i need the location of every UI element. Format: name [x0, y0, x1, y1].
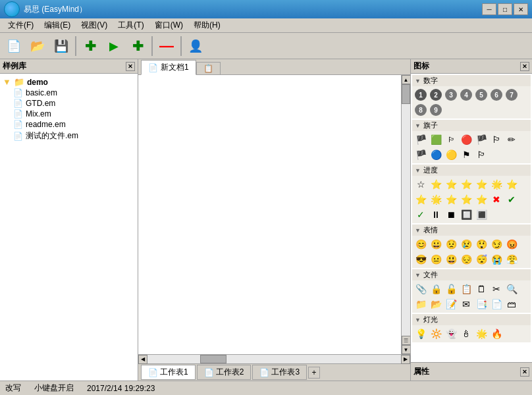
icon-cell[interactable]: 😟 [444, 237, 458, 251]
icon-cell[interactable]: 🔒 [429, 282, 443, 296]
icon-cell[interactable]: ⭐ [459, 192, 473, 207]
window-controls[interactable]: ─ □ ✕ [482, 3, 528, 15]
icon-cell[interactable]: ⭐ [429, 177, 443, 192]
icon-cell[interactable]: 8 [413, 103, 428, 117]
icon-cell[interactable]: ☆ [413, 177, 428, 192]
icons-panel-close[interactable]: ✕ [520, 62, 529, 71]
icon-section-files-header[interactable]: ▼ 文件 [412, 269, 531, 280]
icon-cell[interactable]: 😢 [459, 237, 473, 251]
scroll-middle-button[interactable]: ☰ [402, 336, 411, 345]
icon-cell[interactable]: ⭐ [444, 177, 458, 192]
icon-cell[interactable]: ✖ [489, 192, 504, 207]
icon-section-numbers-header[interactable]: ▼ 数字 [412, 75, 531, 86]
menu-view[interactable]: 视图(V) [76, 18, 113, 32]
icon-cell[interactable]: 📝 [444, 297, 458, 311]
icon-cell[interactable]: 🌟 [429, 192, 443, 207]
menu-help[interactable]: 帮助(H) [188, 18, 226, 32]
tree-item-gtd[interactable]: 📄 GTD.em [0, 98, 138, 109]
icon-cell[interactable]: 🏳 [444, 132, 458, 147]
icon-cell[interactable]: 3 [444, 88, 458, 102]
icon-section-lights-header[interactable]: ▼ 灯光 [412, 314, 531, 325]
icon-cell[interactable]: 🔓 [444, 282, 458, 296]
icon-cell[interactable]: 😴 [474, 252, 489, 267]
icon-section-flags-header[interactable]: ▼ 旗子 [412, 120, 531, 131]
icon-cell[interactable]: 🏳 [474, 147, 489, 162]
icon-cell[interactable]: 7 [504, 88, 519, 102]
icon-cell[interactable]: 🏴 [413, 132, 428, 147]
icon-section-emotions-header[interactable]: ▼ 表情 [412, 224, 531, 236]
mind-map-canvas[interactable]: ▲ ☰ ▼ [138, 75, 410, 354]
icon-cell[interactable]: 😀 [429, 237, 443, 251]
icon-cell[interactable]: 😐 [429, 252, 443, 267]
properties-close-button[interactable]: ✕ [520, 367, 529, 377]
icon-cell[interactable]: 6 [489, 88, 504, 102]
icon-cell[interactable]: 📋 [459, 282, 473, 296]
icon-cell[interactable]: 🗃 [504, 297, 519, 311]
icon-cell[interactable]: 🟡 [444, 147, 458, 162]
icon-cell[interactable]: 🌟 [489, 177, 504, 192]
icon-cell[interactable]: 🔵 [429, 147, 443, 162]
new-button[interactable]: 📄 [3, 35, 25, 57]
icon-cell[interactable]: 🏴 [474, 132, 489, 147]
open-button[interactable]: 📂 [26, 35, 49, 57]
scroll-down-button[interactable]: ▼ [402, 345, 411, 354]
add-sheet-button[interactable]: + [308, 367, 320, 379]
icon-cell[interactable]: 📎 [413, 282, 428, 296]
icon-cell[interactable]: ⏸ [429, 207, 443, 222]
tree-item-demo[interactable]: ▼ 📁 demo [0, 76, 138, 88]
icon-cell[interactable]: 🕯 [459, 327, 473, 341]
sheet-tab-1[interactable]: 📄 工作表1 [141, 365, 196, 380]
icon-cell[interactable]: ⭐ [474, 177, 489, 192]
icon-cell[interactable]: 🌟 [474, 327, 489, 341]
icon-cell[interactable]: 1 [413, 88, 428, 102]
tree-item-test[interactable]: 📄 测试的文件.em [0, 130, 138, 142]
icon-cell[interactable]: 😭 [489, 252, 504, 267]
icon-cell[interactable]: 😏 [489, 237, 504, 251]
icon-cell[interactable]: 9 [429, 103, 443, 117]
insert-button[interactable]: ✚ [79, 35, 101, 57]
scroll-right-button[interactable]: ▶ [401, 355, 410, 364]
icon-cell[interactable]: ✉ [459, 297, 473, 311]
tab-new-doc1[interactable]: 📄 新文档1 [141, 60, 196, 75]
icon-cell[interactable]: 👻 [444, 327, 458, 341]
icon-cell[interactable]: 2 [429, 88, 443, 102]
icon-cell[interactable]: 😤 [504, 252, 519, 267]
tree-item-basic[interactable]: 📄 basic.em [0, 88, 138, 98]
scrollbar-thumb-v[interactable] [402, 84, 410, 104]
icon-cell[interactable]: 😔 [459, 252, 473, 267]
minimize-button[interactable]: ─ [482, 3, 496, 15]
icon-cell[interactable]: ⭐ [459, 177, 473, 192]
menu-window[interactable]: 窗口(W) [149, 18, 188, 32]
icon-cell[interactable]: 😎 [413, 252, 428, 267]
icon-cell[interactable]: ⏹ [444, 207, 458, 222]
maximize-button[interactable]: □ [498, 3, 512, 15]
user-button[interactable]: 👤 [184, 35, 207, 57]
expand-button[interactable]: ▶ [103, 35, 125, 57]
icon-cell[interactable]: 🔥 [489, 327, 504, 341]
tree-item-mix[interactable]: 📄 Mix.em [0, 109, 138, 119]
icon-cell[interactable]: 5 [474, 88, 489, 102]
icon-cell[interactable]: 😲 [474, 237, 489, 251]
horizontal-scrollbar[interactable]: ◀ ▶ [138, 354, 410, 363]
menu-file[interactable]: 文件(F) [3, 18, 39, 32]
insert2-button[interactable]: ✚ [126, 35, 149, 57]
icon-cell[interactable]: ⭐ [413, 192, 428, 207]
save-button[interactable]: 💾 [50, 35, 72, 57]
icon-cell[interactable]: 😃 [444, 252, 458, 267]
menu-edit[interactable]: 编辑(E) [39, 18, 76, 32]
delete-button[interactable]: — [155, 35, 178, 57]
menu-tools[interactable]: 工具(T) [113, 18, 149, 32]
library-close-button[interactable]: ✕ [126, 62, 135, 71]
tree-item-readme[interactable]: 📄 readme.em [0, 119, 138, 130]
icon-cell[interactable]: ⭐ [474, 192, 489, 207]
icon-cell[interactable]: ✔ [504, 192, 519, 207]
icon-cell[interactable]: ✏ [504, 132, 519, 147]
scrollbar-thumb-h[interactable] [200, 355, 226, 363]
scrollbar-track-h[interactable] [147, 355, 401, 363]
icon-cell[interactable]: 🔴 [459, 132, 473, 147]
tab-clipboard[interactable]: 📋 [196, 62, 221, 74]
icon-cell[interactable]: 📄 [489, 297, 504, 311]
icon-cell[interactable]: 🔲 [459, 207, 473, 222]
icon-cell[interactable]: 🏴 [413, 147, 428, 162]
icon-cell[interactable]: 😡 [504, 237, 519, 251]
